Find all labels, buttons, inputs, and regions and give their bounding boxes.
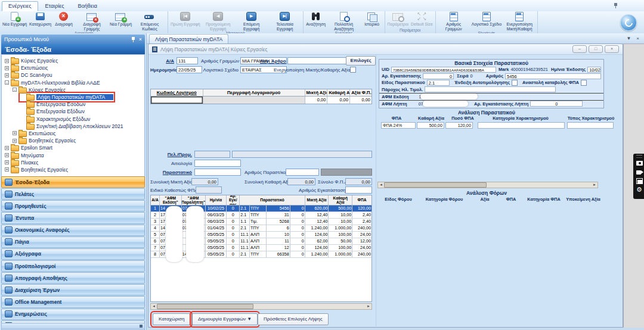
expander-icon[interactable]: + [5, 66, 9, 70]
sidebar-nav-button[interactable]: Απογραφή Αποθήκης [1, 272, 145, 284]
sidebar-nav-button[interactable]: Οικονομικές Αναφορές [1, 225, 145, 236]
expander-icon[interactable]: + [5, 73, 9, 77]
tree-item[interactable]: Επεξεργασία Εξόδων [20, 108, 85, 115]
expander-icon[interactable]: - [13, 88, 17, 92]
ribbon-button[interactable]: Default Size [410, 12, 434, 28]
account-desc-cell[interactable] [203, 96, 305, 104]
expander-icon[interactable]: + [13, 139, 17, 143]
ribbon-button[interactable]: Πολλαπλή Αναζήτηση [327, 12, 361, 31]
tree-item[interactable]: + Epsilon Smart [5, 144, 52, 151]
parastatiko-label[interactable]: Παραστατικό [150, 170, 192, 175]
close-button[interactable]: × [605, 45, 619, 53]
aitiologia-input[interactable] [194, 160, 241, 167]
grid-header-gross[interactable]: Μικτή Αξία [305, 195, 329, 205]
vat-header[interactable]: Αξία Φ.Π.Α. [350, 89, 371, 96]
ribbon-button[interactable]: Παράμετροι [386, 12, 410, 28]
number-value[interactable]: 5456 [505, 73, 601, 79]
expander-icon[interactable]: + [5, 153, 9, 157]
tree-item[interactable]: Χαρακτηρισμός Εξόδων [20, 116, 90, 123]
ribbon-button[interactable]: Πρώτη Εγγραφή [169, 12, 202, 31]
expander-icon[interactable]: + [5, 146, 9, 150]
scroll-left-icon[interactable]: ◄ [151, 304, 157, 309]
ribbon-button[interactable]: Επόμενος Κωδικός [133, 12, 166, 31]
account-code-header[interactable]: Κωδικός Λογ/σμού [151, 89, 203, 96]
tree-item[interactable]: - Κύριες Εργασίες [13, 86, 66, 94]
expander-icon[interactable]: - [5, 80, 9, 85]
expander-icon[interactable]: + [5, 59, 9, 63]
screen-record-icon[interactable] [636, 169, 643, 176]
ribbon-button[interactable]: Αναζήτηση [305, 12, 327, 31]
analysis-vat-amount-cell[interactable]: 120,00 [445, 122, 473, 129]
close-icon[interactable]: × [139, 37, 142, 42]
analysis-net-cell[interactable]: 500,00 [417, 122, 444, 129]
parastatiko-input[interactable] [194, 169, 241, 176]
installation-input[interactable] [345, 186, 372, 194]
analysis-type-cell[interactable] [567, 122, 614, 129]
ribbon-button[interactable]: Διαγραφή Γραμμής [75, 12, 109, 31]
grid-row[interactable]: 8 07 14 05/05/25 0 2.1 ΤΠΥ 66358 0 1.240… [151, 251, 371, 258]
pel-prom-code-input[interactable] [194, 151, 230, 158]
ribbon-button[interactable]: Τελευταία Εγγραφή [268, 12, 302, 31]
grid-header-installation[interactable]: Αρ. Εγκ/σης [227, 195, 240, 205]
tree-item[interactable]: - myDATA-Ηλεκτρονικά Βιβλία ΑΑΔΕ [5, 79, 100, 86]
pin-icon[interactable] [614, 3, 618, 8]
menu-tab-energies[interactable]: Ενέργειες [2, 1, 38, 11]
analysis-vat-cell[interactable]: ΦΠΑ 24% [381, 122, 416, 129]
options-button[interactable]: Επιλογές [346, 56, 376, 66]
pel-prom-name-input[interactable] [232, 151, 372, 158]
settings-gear-icon[interactable]: ⚙ [636, 186, 643, 194]
vat-cell[interactable]: 0,00 [350, 96, 371, 104]
tree-item[interactable]: + Κύριες Εργασίες [5, 57, 58, 64]
grid-row[interactable]: 1 14 07 10/02/25 0 2.1 ΤΠΥ 5456 0 620,00… [151, 206, 371, 212]
tree-item[interactable]: + Βοηθητικές Εργασίες [5, 166, 68, 173]
provider-value[interactable] [425, 86, 556, 92]
sidebar-nav-button[interactable]: Προμηθευτές [1, 200, 145, 211]
window-capture-icon[interactable] [636, 178, 643, 185]
account-code-cell[interactable] [151, 96, 203, 104]
issue-date-value[interactable]: 10/02/25 [587, 67, 601, 73]
grid-row[interactable]: 4 14 07 01/04/25 0 2.1 ΤΠΥ 6 0 1.240,00 … [151, 225, 371, 232]
grid-header-date[interactable]: Ημ/νία [206, 195, 227, 205]
grid-header-net[interactable]: Καθαρή Αξία [329, 195, 352, 205]
ribbon-button[interactable]: Ενεργοποίηση Μικτή/Καθαρή [503, 12, 536, 31]
gross-header[interactable]: Μικτή Αξία [305, 89, 328, 96]
analysis-category-cell[interactable] [478, 122, 565, 129]
aa-label[interactable]: Α/Α [150, 58, 174, 64]
tree-item[interactable]: + Μηνύματα [5, 151, 44, 158]
grid-header-afm-receiver[interactable]: "ΑΦΜ Παραλήπτη" [182, 195, 206, 205]
minimize-button[interactable]: – [572, 45, 587, 53]
net-cell[interactable]: 0,00 [327, 96, 350, 104]
expander-icon[interactable]: + [13, 131, 17, 135]
grid-row[interactable]: 2 17 07 06/03/25 0 2.1 ΤΠΥ 31 0 12,40 10… [151, 212, 371, 219]
account-desc-header[interactable]: Περιγραφή Λογαριασμού [203, 89, 305, 96]
grid-row[interactable]: 5 07 05/05/25 0 11.1 ΑΛΠ 10 0 124,00 100… [151, 232, 371, 238]
tree-item[interactable]: + Πίνακες [5, 159, 38, 166]
tree-item[interactable]: Επεξεργασία Εσόδων [20, 101, 86, 108]
special-vat-input[interactable] [196, 186, 222, 194]
gross-net-checkbox[interactable] [350, 67, 356, 73]
doc-type-value[interactable]: 2.1 [427, 80, 450, 86]
article-label[interactable]: Λογ. Άρθρο [260, 58, 285, 64]
receiver-installation-value[interactable]: 0 [530, 101, 583, 107]
uid-value[interactable]: 73B8C29A58E5E0DBB3E5D6B581AAFAD63DEE53BA [391, 67, 496, 73]
ribbon-button[interactable]: Επόμενη Εγγραφή [235, 12, 268, 31]
date-input[interactable] [177, 66, 202, 73]
ribbon-button[interactable]: Ιστορικό [361, 12, 383, 31]
tree-item[interactable]: Συγκ/τική Διαβίβαση Αποκλίσεων 2021 [20, 123, 123, 130]
net-header[interactable]: Καθαρή Αξία [327, 89, 350, 96]
sidebar-nav-button[interactable]: Διαχείριση Έργων [1, 284, 145, 295]
ribbon-button[interactable]: Νέα Εγγραφή [1, 12, 28, 31]
horizontal-scrollbar[interactable]: ◄ ► [377, 182, 598, 188]
sidebar-nav-button[interactable]: Πελάτες [1, 188, 145, 200]
tree-item[interactable]: + Εκτυπώσεις [13, 130, 55, 137]
aa-input[interactable] [177, 57, 198, 64]
sidebar-nav-button[interactable]: Έσοδα-Έξοδα [1, 176, 145, 188]
grid-header-afm-issuer[interactable]: "ΑΦΜ Εκδότη" [160, 195, 182, 205]
ribbon-button[interactable]: Νέα Γραμμή [109, 12, 133, 31]
menu-tab-help[interactable]: Βοήθεια [72, 1, 104, 11]
horizontal-scrollbar[interactable]: ◄ ► [150, 303, 372, 310]
self-billing-checkbox[interactable] [512, 80, 518, 86]
expander-icon[interactable]: + [5, 160, 9, 164]
epsilon-logo-icon[interactable] [620, 14, 637, 31]
grid-header-aa[interactable]: Α/Α [151, 195, 160, 205]
